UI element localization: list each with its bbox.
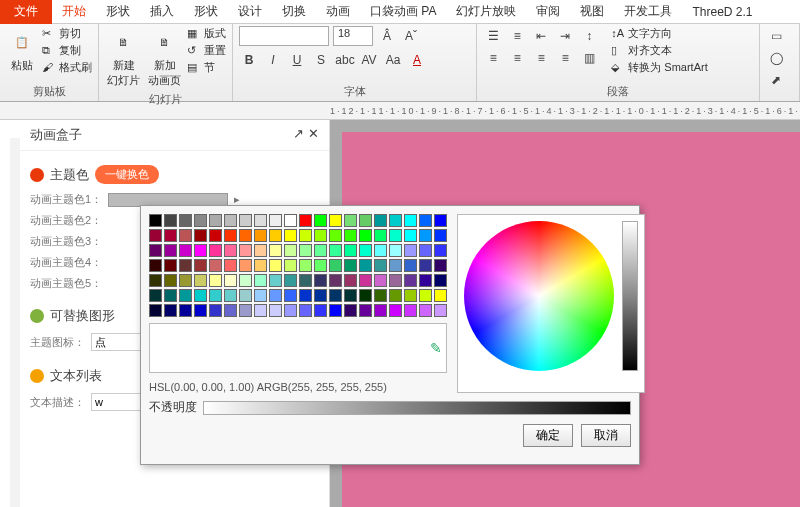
palette-cell[interactable] xyxy=(434,214,447,227)
shape-rect-icon[interactable]: ▭ xyxy=(766,26,786,46)
layout-button[interactable]: ▦版式 xyxy=(187,26,226,41)
palette-cell[interactable] xyxy=(359,244,372,257)
palette-cell[interactable] xyxy=(149,214,162,227)
value-slider[interactable] xyxy=(622,221,638,371)
palette-cell[interactable] xyxy=(284,304,297,317)
align-left-button[interactable]: ≡ xyxy=(483,48,503,68)
palette-cell[interactable] xyxy=(239,274,252,287)
palette-cell[interactable] xyxy=(269,304,282,317)
palette-cell[interactable] xyxy=(389,229,402,242)
palette-cell[interactable] xyxy=(434,289,447,302)
tab-7[interactable]: 口袋动画 PA xyxy=(360,0,446,24)
one-click-recolor-badge[interactable]: 一键换色 xyxy=(95,165,159,184)
palette-cell[interactable] xyxy=(194,229,207,242)
palette-cell[interactable] xyxy=(284,259,297,272)
palette-cell[interactable] xyxy=(299,274,312,287)
palette-cell[interactable] xyxy=(419,214,432,227)
palette-cell[interactable] xyxy=(314,289,327,302)
align-right-button[interactable]: ≡ xyxy=(531,48,551,68)
palette-cell[interactable] xyxy=(194,259,207,272)
palette-cell[interactable] xyxy=(224,304,237,317)
palette-cell[interactable] xyxy=(239,244,252,257)
palette-cell[interactable] xyxy=(419,259,432,272)
palette-cell[interactable] xyxy=(314,244,327,257)
palette-cell[interactable] xyxy=(164,289,177,302)
palette-cell[interactable] xyxy=(344,289,357,302)
palette-cell[interactable] xyxy=(344,229,357,242)
font-family-select[interactable] xyxy=(239,26,329,46)
palette-cell[interactable] xyxy=(254,214,267,227)
palette-cell[interactable] xyxy=(269,259,282,272)
align-text-button[interactable]: ▯对齐文本 xyxy=(611,43,707,58)
palette-cell[interactable] xyxy=(269,274,282,287)
palette-cell[interactable] xyxy=(299,244,312,257)
palette-cell[interactable] xyxy=(164,214,177,227)
palette-cell[interactable] xyxy=(329,259,342,272)
palette-cell[interactable] xyxy=(329,244,342,257)
palette-cell[interactable] xyxy=(209,304,222,317)
line-spacing-button[interactable]: ↕ xyxy=(579,26,599,46)
align-center-button[interactable]: ≡ xyxy=(507,48,527,68)
palette-cell[interactable] xyxy=(254,244,267,257)
shape-oval-icon[interactable]: ◯ xyxy=(766,48,786,68)
palette-cell[interactable] xyxy=(329,214,342,227)
palette-cell[interactable] xyxy=(359,214,372,227)
palette-cell[interactable] xyxy=(254,304,267,317)
font-color-button[interactable]: A xyxy=(407,50,427,70)
palette-cell[interactable] xyxy=(239,304,252,317)
tab-5[interactable]: 切换 xyxy=(272,0,316,24)
palette-cell[interactable] xyxy=(209,229,222,242)
palette-cell[interactable] xyxy=(224,289,237,302)
palette-cell[interactable] xyxy=(404,229,417,242)
add-anim-page-button[interactable]: 🗎新加 动画页 xyxy=(146,26,183,90)
bullets-button[interactable]: ☰ xyxy=(483,26,503,46)
palette-cell[interactable] xyxy=(374,274,387,287)
eyedropper-icon[interactable]: ✎ xyxy=(430,340,442,356)
palette-cell[interactable] xyxy=(434,274,447,287)
palette-cell[interactable] xyxy=(404,304,417,317)
palette-cell[interactable] xyxy=(404,244,417,257)
palette-cell[interactable] xyxy=(434,229,447,242)
palette-cell[interactable] xyxy=(164,244,177,257)
palette-cell[interactable] xyxy=(299,229,312,242)
text-direction-button[interactable]: ↕A文字方向 xyxy=(611,26,707,41)
reset-button[interactable]: ↺重置 xyxy=(187,43,226,58)
underline-button[interactable]: U xyxy=(287,50,307,70)
palette-cell[interactable] xyxy=(239,259,252,272)
palette-cell[interactable] xyxy=(254,229,267,242)
palette-cell[interactable] xyxy=(224,229,237,242)
palette-cell[interactable] xyxy=(374,259,387,272)
shadow-button[interactable]: abc xyxy=(335,50,355,70)
ok-button[interactable]: 确定 xyxy=(523,424,573,447)
tab-9[interactable]: 审阅 xyxy=(526,0,570,24)
palette-cell[interactable] xyxy=(179,244,192,257)
palette-cell[interactable] xyxy=(179,289,192,302)
italic-button[interactable]: I xyxy=(263,50,283,70)
palette-cell[interactable] xyxy=(374,229,387,242)
palette-cell[interactable] xyxy=(194,289,207,302)
palette-cell[interactable] xyxy=(224,259,237,272)
palette-cell[interactable] xyxy=(389,244,402,257)
tab-10[interactable]: 视图 xyxy=(570,0,614,24)
palette-cell[interactable] xyxy=(284,244,297,257)
palette-cell[interactable] xyxy=(269,214,282,227)
palette-cell[interactable] xyxy=(149,289,162,302)
smartart-button[interactable]: ⬙转换为 SmartArt xyxy=(611,60,707,75)
tab-11[interactable]: 开发工具 xyxy=(614,0,682,24)
tab-2[interactable]: 插入 xyxy=(140,0,184,24)
palette-cell[interactable] xyxy=(389,214,402,227)
palette-cell[interactable] xyxy=(329,274,342,287)
grow-font-button[interactable]: Â xyxy=(377,26,397,46)
palette-cell[interactable] xyxy=(269,244,282,257)
palette-cell[interactable] xyxy=(269,229,282,242)
palette-cell[interactable] xyxy=(164,259,177,272)
palette-cell[interactable] xyxy=(434,259,447,272)
palette-cell[interactable] xyxy=(329,229,342,242)
strike-button[interactable]: S xyxy=(311,50,331,70)
palette-cell[interactable] xyxy=(344,304,357,317)
cancel-button[interactable]: 取消 xyxy=(581,424,631,447)
palette-cell[interactable] xyxy=(434,244,447,257)
palette-cell[interactable] xyxy=(299,214,312,227)
palette-cell[interactable] xyxy=(149,244,162,257)
palette-cell[interactable] xyxy=(344,214,357,227)
